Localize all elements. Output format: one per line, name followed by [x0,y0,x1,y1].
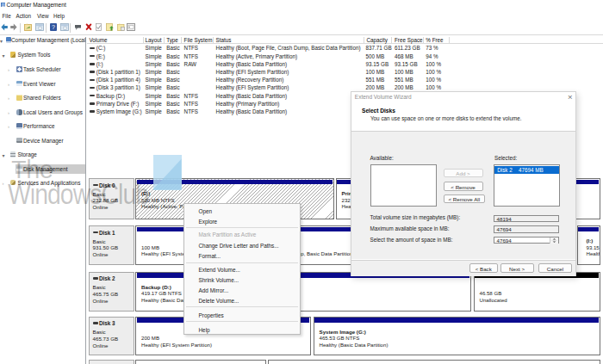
svg-text:?: ? [52,24,55,30]
